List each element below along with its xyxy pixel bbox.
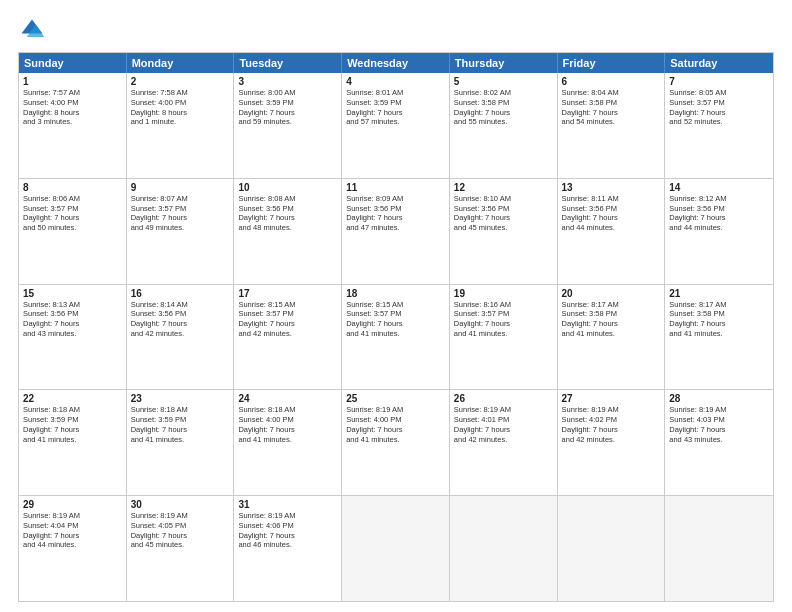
day-number: 19: [454, 288, 553, 299]
day-cell-1: 1Sunrise: 7:57 AMSunset: 4:00 PMDaylight…: [19, 73, 127, 178]
cell-text: Sunrise: 7:58 AMSunset: 4:00 PMDaylight:…: [131, 88, 230, 127]
day-cell-12: 12Sunrise: 8:10 AMSunset: 3:56 PMDayligh…: [450, 179, 558, 284]
day-cell-15: 15Sunrise: 8:13 AMSunset: 3:56 PMDayligh…: [19, 285, 127, 390]
cell-text: Sunrise: 8:14 AMSunset: 3:56 PMDaylight:…: [131, 300, 230, 339]
header: [18, 16, 774, 44]
header-day-thursday: Thursday: [450, 53, 558, 73]
header-day-monday: Monday: [127, 53, 235, 73]
cell-text: Sunrise: 8:02 AMSunset: 3:58 PMDaylight:…: [454, 88, 553, 127]
day-cell-14: 14Sunrise: 8:12 AMSunset: 3:56 PMDayligh…: [665, 179, 773, 284]
day-number: 25: [346, 393, 445, 404]
day-cell-31: 31Sunrise: 8:19 AMSunset: 4:06 PMDayligh…: [234, 496, 342, 601]
day-cell-28: 28Sunrise: 8:19 AMSunset: 4:03 PMDayligh…: [665, 390, 773, 495]
day-cell-9: 9Sunrise: 8:07 AMSunset: 3:57 PMDaylight…: [127, 179, 235, 284]
day-number: 6: [562, 76, 661, 87]
day-number: 2: [131, 76, 230, 87]
empty-cell: [558, 496, 666, 601]
cell-text: Sunrise: 8:05 AMSunset: 3:57 PMDaylight:…: [669, 88, 769, 127]
day-cell-24: 24Sunrise: 8:18 AMSunset: 4:00 PMDayligh…: [234, 390, 342, 495]
cell-text: Sunrise: 8:19 AMSunset: 4:00 PMDaylight:…: [346, 405, 445, 444]
day-number: 9: [131, 182, 230, 193]
header-day-friday: Friday: [558, 53, 666, 73]
day-number: 3: [238, 76, 337, 87]
cell-text: Sunrise: 8:17 AMSunset: 3:58 PMDaylight:…: [669, 300, 769, 339]
cell-text: Sunrise: 8:19 AMSunset: 4:05 PMDaylight:…: [131, 511, 230, 550]
calendar-row-1: 1Sunrise: 7:57 AMSunset: 4:00 PMDaylight…: [19, 73, 773, 179]
day-cell-19: 19Sunrise: 8:16 AMSunset: 3:57 PMDayligh…: [450, 285, 558, 390]
day-number: 28: [669, 393, 769, 404]
header-day-sunday: Sunday: [19, 53, 127, 73]
day-number: 29: [23, 499, 122, 510]
header-day-tuesday: Tuesday: [234, 53, 342, 73]
day-cell-22: 22Sunrise: 8:18 AMSunset: 3:59 PMDayligh…: [19, 390, 127, 495]
cell-text: Sunrise: 8:18 AMSunset: 4:00 PMDaylight:…: [238, 405, 337, 444]
header-day-wednesday: Wednesday: [342, 53, 450, 73]
cell-text: Sunrise: 8:15 AMSunset: 3:57 PMDaylight:…: [238, 300, 337, 339]
day-cell-4: 4Sunrise: 8:01 AMSunset: 3:59 PMDaylight…: [342, 73, 450, 178]
cell-text: Sunrise: 8:19 AMSunset: 4:01 PMDaylight:…: [454, 405, 553, 444]
day-number: 17: [238, 288, 337, 299]
day-cell-21: 21Sunrise: 8:17 AMSunset: 3:58 PMDayligh…: [665, 285, 773, 390]
day-number: 15: [23, 288, 122, 299]
calendar-row-4: 22Sunrise: 8:18 AMSunset: 3:59 PMDayligh…: [19, 390, 773, 496]
day-number: 11: [346, 182, 445, 193]
cell-text: Sunrise: 8:07 AMSunset: 3:57 PMDaylight:…: [131, 194, 230, 233]
day-number: 21: [669, 288, 769, 299]
day-number: 23: [131, 393, 230, 404]
day-cell-16: 16Sunrise: 8:14 AMSunset: 3:56 PMDayligh…: [127, 285, 235, 390]
cell-text: Sunrise: 8:08 AMSunset: 3:56 PMDaylight:…: [238, 194, 337, 233]
calendar: SundayMondayTuesdayWednesdayThursdayFrid…: [18, 52, 774, 602]
day-number: 12: [454, 182, 553, 193]
day-cell-3: 3Sunrise: 8:00 AMSunset: 3:59 PMDaylight…: [234, 73, 342, 178]
day-cell-13: 13Sunrise: 8:11 AMSunset: 3:56 PMDayligh…: [558, 179, 666, 284]
day-number: 7: [669, 76, 769, 87]
empty-cell: [450, 496, 558, 601]
cell-text: Sunrise: 8:18 AMSunset: 3:59 PMDaylight:…: [131, 405, 230, 444]
day-number: 1: [23, 76, 122, 87]
day-cell-18: 18Sunrise: 8:15 AMSunset: 3:57 PMDayligh…: [342, 285, 450, 390]
cell-text: Sunrise: 8:16 AMSunset: 3:57 PMDaylight:…: [454, 300, 553, 339]
day-cell-2: 2Sunrise: 7:58 AMSunset: 4:00 PMDaylight…: [127, 73, 235, 178]
day-cell-10: 10Sunrise: 8:08 AMSunset: 3:56 PMDayligh…: [234, 179, 342, 284]
cell-text: Sunrise: 8:12 AMSunset: 3:56 PMDaylight:…: [669, 194, 769, 233]
day-cell-29: 29Sunrise: 8:19 AMSunset: 4:04 PMDayligh…: [19, 496, 127, 601]
day-cell-7: 7Sunrise: 8:05 AMSunset: 3:57 PMDaylight…: [665, 73, 773, 178]
day-number: 27: [562, 393, 661, 404]
day-number: 14: [669, 182, 769, 193]
cell-text: Sunrise: 8:19 AMSunset: 4:03 PMDaylight:…: [669, 405, 769, 444]
cell-text: Sunrise: 8:10 AMSunset: 3:56 PMDaylight:…: [454, 194, 553, 233]
logo: [18, 16, 50, 44]
calendar-page: SundayMondayTuesdayWednesdayThursdayFrid…: [0, 0, 792, 612]
cell-text: Sunrise: 8:09 AMSunset: 3:56 PMDaylight:…: [346, 194, 445, 233]
day-cell-23: 23Sunrise: 8:18 AMSunset: 3:59 PMDayligh…: [127, 390, 235, 495]
cell-text: Sunrise: 8:19 AMSunset: 4:02 PMDaylight:…: [562, 405, 661, 444]
empty-cell: [342, 496, 450, 601]
day-cell-11: 11Sunrise: 8:09 AMSunset: 3:56 PMDayligh…: [342, 179, 450, 284]
cell-text: Sunrise: 8:15 AMSunset: 3:57 PMDaylight:…: [346, 300, 445, 339]
day-number: 24: [238, 393, 337, 404]
cell-text: Sunrise: 8:13 AMSunset: 3:56 PMDaylight:…: [23, 300, 122, 339]
cell-text: Sunrise: 8:19 AMSunset: 4:06 PMDaylight:…: [238, 511, 337, 550]
cell-text: Sunrise: 8:01 AMSunset: 3:59 PMDaylight:…: [346, 88, 445, 127]
day-cell-27: 27Sunrise: 8:19 AMSunset: 4:02 PMDayligh…: [558, 390, 666, 495]
calendar-row-2: 8Sunrise: 8:06 AMSunset: 3:57 PMDaylight…: [19, 179, 773, 285]
cell-text: Sunrise: 8:19 AMSunset: 4:04 PMDaylight:…: [23, 511, 122, 550]
cell-text: Sunrise: 8:11 AMSunset: 3:56 PMDaylight:…: [562, 194, 661, 233]
day-cell-8: 8Sunrise: 8:06 AMSunset: 3:57 PMDaylight…: [19, 179, 127, 284]
day-cell-20: 20Sunrise: 8:17 AMSunset: 3:58 PMDayligh…: [558, 285, 666, 390]
cell-text: Sunrise: 8:04 AMSunset: 3:58 PMDaylight:…: [562, 88, 661, 127]
logo-icon: [18, 16, 46, 44]
calendar-header: SundayMondayTuesdayWednesdayThursdayFrid…: [19, 53, 773, 73]
day-number: 5: [454, 76, 553, 87]
day-number: 16: [131, 288, 230, 299]
day-number: 22: [23, 393, 122, 404]
day-number: 13: [562, 182, 661, 193]
cell-text: Sunrise: 8:00 AMSunset: 3:59 PMDaylight:…: [238, 88, 337, 127]
day-cell-25: 25Sunrise: 8:19 AMSunset: 4:00 PMDayligh…: [342, 390, 450, 495]
cell-text: Sunrise: 8:17 AMSunset: 3:58 PMDaylight:…: [562, 300, 661, 339]
day-number: 30: [131, 499, 230, 510]
day-number: 20: [562, 288, 661, 299]
header-day-saturday: Saturday: [665, 53, 773, 73]
day-number: 4: [346, 76, 445, 87]
day-number: 18: [346, 288, 445, 299]
